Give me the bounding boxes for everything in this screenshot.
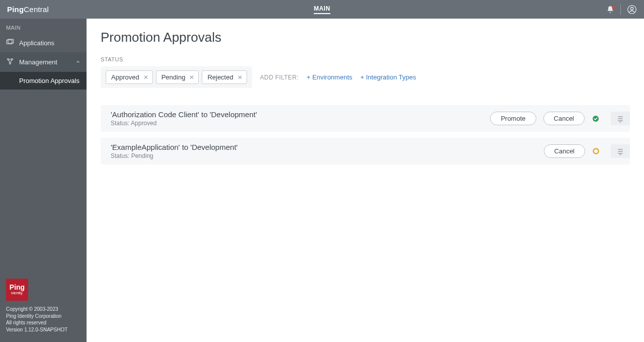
- cancel-button[interactable]: Cancel: [543, 112, 585, 125]
- chip-remove-icon[interactable]: ✕: [143, 74, 148, 80]
- footer-copyright: Copyright © 2003-2023: [6, 306, 80, 313]
- status-chip-pending[interactable]: Pending ✕: [156, 70, 199, 84]
- add-filter-integration-types[interactable]: Integration Types: [360, 73, 416, 81]
- svg-point-7: [593, 116, 599, 122]
- chip-label: Pending: [162, 73, 186, 81]
- add-filter-label: ADD FILTER:: [260, 74, 299, 81]
- notifications-icon[interactable]: [606, 6, 614, 14]
- approval-actions: Promote Cancel: [490, 112, 630, 125]
- sidebar-section-label: MAIN: [0, 19, 87, 34]
- logo-rest: Central: [24, 5, 49, 14]
- brand-badge-line1: Ping: [10, 284, 25, 291]
- user-menu-icon[interactable]: [627, 5, 637, 15]
- sidebar: MAIN Applications Management Promotion A…: [0, 19, 87, 342]
- app-logo: PingCentral: [0, 5, 49, 14]
- applications-icon: [6, 39, 14, 47]
- header-actions: [606, 5, 644, 15]
- status-label: STATUS: [101, 56, 630, 62]
- svg-point-8: [594, 149, 599, 154]
- logo-bold: Ping: [7, 5, 24, 14]
- chip-remove-icon[interactable]: ✕: [237, 74, 243, 80]
- filter-row: Approved ✕ Pending ✕ Rejected ✕ ADD FILT…: [101, 66, 630, 88]
- status-chip-approved[interactable]: Approved ✕: [106, 70, 153, 84]
- footer-company: Ping Identity Corporation: [6, 313, 80, 320]
- status-pending-icon: [592, 147, 600, 155]
- approval-info: 'Authorization Code Client' to 'Developm…: [111, 105, 257, 132]
- notification-dot: [612, 6, 615, 9]
- main-content: Promotion Approvals STATUS Approved ✕ Pe…: [87, 19, 644, 342]
- approval-title: 'Authorization Code Client' to 'Developm…: [111, 110, 257, 119]
- brand-badge: Ping Identity.: [6, 279, 28, 301]
- chip-label: Approved: [111, 73, 139, 81]
- status-approved-icon: [592, 115, 600, 123]
- nav-main-tab[interactable]: MAIN: [314, 5, 331, 14]
- status-chip-group: Approved ✕ Pending ✕ Rejected ✕: [101, 66, 252, 88]
- approval-status: Status: Pending: [111, 152, 237, 159]
- management-icon: [6, 57, 14, 67]
- sidebar-item-management[interactable]: Management: [0, 52, 87, 72]
- sidebar-item-label: Management: [19, 58, 57, 66]
- approval-row: 'Authorization Code Client' to 'Developm…: [101, 105, 630, 132]
- brand-badge-line2: Identity.: [11, 291, 23, 295]
- sidebar-item-applications[interactable]: Applications: [0, 34, 87, 52]
- footer-version: Version 1.12.0-SNAPSHOT: [6, 326, 80, 333]
- add-filter-environments[interactable]: Environments: [307, 73, 353, 81]
- row-expand-icon[interactable]: [611, 112, 630, 125]
- approval-title: 'ExampleApplication' to 'Development': [111, 143, 237, 151]
- approval-row: 'ExampleApplication' to 'Development' St…: [101, 138, 630, 164]
- divider: [620, 5, 621, 15]
- page-title: Promotion Approvals: [101, 30, 630, 45]
- sidebar-subitem-promotion-approvals[interactable]: Promotion Approvals: [0, 72, 87, 90]
- row-expand-icon[interactable]: [611, 144, 630, 158]
- sidebar-item-label: Applications: [19, 39, 54, 47]
- status-chip-rejected[interactable]: Rejected ✕: [202, 70, 247, 84]
- approval-status: Status: Approved: [111, 120, 257, 127]
- chip-label: Rejected: [207, 73, 233, 81]
- sidebar-footer: Ping Identity. Copyright © 2003-2023 Pin…: [0, 274, 87, 342]
- cancel-button[interactable]: Cancel: [544, 144, 585, 158]
- svg-point-1: [630, 7, 633, 10]
- chevron-up-icon: [75, 58, 80, 66]
- approval-actions: Cancel: [544, 144, 630, 158]
- chip-remove-icon[interactable]: ✕: [189, 74, 194, 80]
- app-header: PingCentral MAIN: [0, 0, 644, 19]
- approval-info: 'ExampleApplication' to 'Development' St…: [111, 138, 237, 164]
- svg-point-6: [10, 63, 11, 64]
- promote-button[interactable]: Promote: [490, 112, 536, 125]
- footer-rights: All rights reserved: [6, 319, 80, 326]
